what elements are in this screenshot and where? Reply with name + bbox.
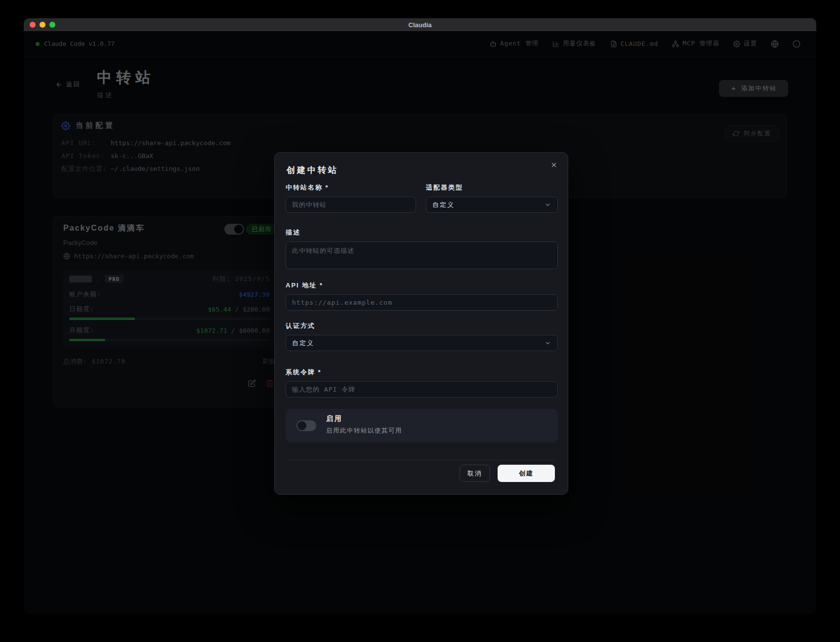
chevron-down-icon — [544, 339, 551, 347]
description-label: 描述 — [286, 228, 558, 237]
enable-panel: 启用 启用此中转站以使其可用 — [286, 409, 558, 442]
auth-method-select[interactable]: 自定义 — [286, 335, 558, 351]
window-title: Claudia — [409, 21, 432, 29]
adapter-type-label: 适配器类型 — [426, 183, 558, 192]
station-name-input[interactable] — [286, 197, 416, 213]
api-url-label: API 地址 * — [286, 281, 558, 290]
minimize-window-button[interactable] — [40, 22, 45, 28]
enable-title: 启用 — [326, 414, 343, 423]
create-station-dialog: 创建中转站 中转站名称 * 适配器类型 自定义 描述 API 地址 * — [274, 152, 568, 495]
chevron-down-icon — [544, 201, 551, 208]
app-window: Claudia Claude Code v1.0.77 Agent 管理 用量仪… — [24, 18, 816, 614]
close-icon — [550, 161, 558, 169]
maximize-window-button[interactable] — [49, 22, 55, 28]
adapter-type-select[interactable]: 自定义 — [426, 197, 558, 213]
close-dialog-button[interactable] — [550, 161, 558, 169]
dialog-divider — [288, 460, 555, 460]
enable-toggle[interactable] — [296, 420, 316, 431]
traffic-lights — [30, 22, 55, 28]
station-name-label: 中转站名称 * — [286, 183, 416, 192]
window-titlebar: Claudia — [24, 18, 816, 31]
description-textarea[interactable] — [286, 241, 558, 269]
system-token-input[interactable] — [286, 381, 558, 398]
auth-method-label: 认证方式 — [286, 321, 558, 330]
create-button[interactable]: 创建 — [498, 465, 555, 482]
close-window-button[interactable] — [30, 22, 36, 28]
cancel-button[interactable]: 取消 — [460, 465, 490, 482]
toggle-knob — [297, 421, 306, 430]
api-url-input[interactable] — [286, 294, 558, 311]
system-token-label: 系统令牌 * — [286, 368, 558, 377]
enable-description: 启用此中转站以使其可用 — [326, 427, 402, 435]
dialog-title: 创建中转站 — [287, 164, 338, 176]
